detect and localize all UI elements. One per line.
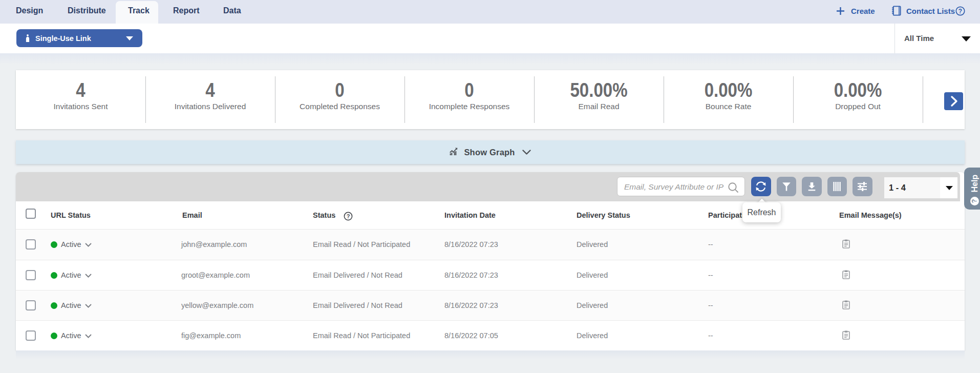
svg-text:?: ?	[958, 7, 962, 14]
svg-text:?: ?	[347, 213, 350, 219]
